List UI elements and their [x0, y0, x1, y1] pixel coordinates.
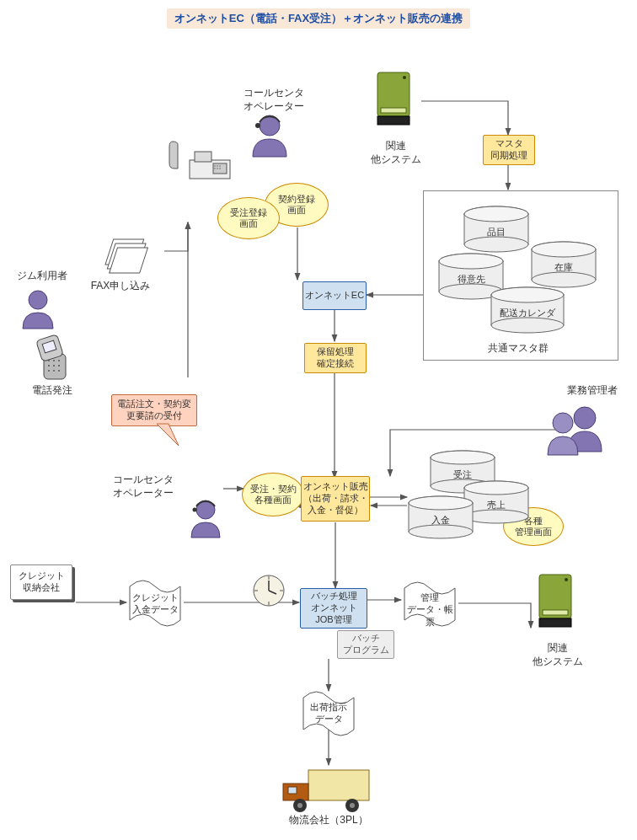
fax-apply-label: FAX申し込み [83, 280, 158, 293]
order-register-node: 受注登録 画面 [230, 207, 267, 229]
svg-point-22 [48, 360, 50, 361]
db-item: 品目 [468, 226, 524, 238]
svg-point-32 [193, 508, 197, 512]
mgmt-report-node: 管理 データ・帳票 [403, 591, 457, 628]
svg-rect-3 [381, 108, 406, 113]
svg-point-26 [53, 365, 55, 366]
svg-point-52 [350, 803, 355, 808]
onnet-ec-node: オンネットEC [305, 290, 364, 302]
svg-point-5 [255, 123, 260, 128]
svg-point-76 [464, 481, 528, 495]
credit-company-node: クレジット 収納会社 [19, 570, 65, 594]
truck-icon [276, 765, 377, 816]
svg-point-10 [217, 165, 217, 166]
ship-data-node: 出荷指示 データ [302, 701, 356, 725]
svg-point-79 [409, 525, 473, 538]
svg-point-72 [431, 451, 495, 464]
db-customer: 得意先 [443, 273, 499, 285]
svg-point-29 [53, 370, 55, 372]
svg-rect-45 [543, 610, 568, 615]
threepl-label: 物流会社（3PL） [278, 814, 379, 827]
svg-point-25 [48, 365, 50, 366]
svg-point-30 [58, 370, 60, 372]
svg-point-28 [48, 370, 50, 372]
documents-icon [103, 236, 153, 276]
contract-register-node: 契約登録 画面 [278, 194, 315, 216]
svg-rect-1 [377, 116, 410, 125]
master-group-label: 共通マスタ群 [472, 342, 565, 356]
db-sales: 売上 [468, 499, 524, 511]
db-stock: 在庫 [536, 261, 592, 273]
svg-point-34 [553, 413, 573, 433]
related-system-top-label: 関連 他システム [364, 140, 427, 166]
related-system-bottom-label: 関連 他システム [524, 642, 592, 668]
svg-point-15 [29, 291, 47, 309]
svg-point-11 [219, 165, 220, 166]
db-calendar: 配送カレンダ [495, 307, 559, 318]
svg-point-67 [491, 318, 564, 333]
onnet-sales-node: オンネット販売 （出荷・請求・ 入金・督促） [303, 481, 368, 516]
svg-point-9 [214, 165, 215, 166]
svg-point-60 [439, 254, 503, 269]
svg-point-13 [217, 168, 217, 169]
svg-point-68 [491, 287, 564, 302]
gym-user-label: ジム利用者 [10, 270, 73, 283]
svg-point-27 [58, 365, 60, 366]
phone-note: 電話注文・契約変 更要請の受付 [117, 399, 191, 422]
admin-label: 業務管理者 [560, 384, 624, 398]
db-order: 受注 [435, 468, 490, 480]
server-icon [533, 570, 579, 637]
svg-point-14 [219, 168, 220, 169]
svg-point-50 [297, 803, 302, 808]
clock-icon [251, 573, 286, 608]
svg-point-2 [403, 76, 406, 79]
flip-phone-icon [30, 334, 72, 384]
speech-tail-icon [153, 424, 187, 449]
order-contract-screens-node: 受注・契約 各種画面 [250, 484, 297, 506]
svg-point-12 [214, 168, 215, 169]
call-center-top-label: コールセンタ オペレーター [236, 87, 312, 113]
hold-finalize-node: 保留処理 確定接続 [317, 346, 354, 370]
person-icon [184, 497, 228, 541]
batch-program-node: バッチ プログラム [343, 633, 389, 656]
person-icon [15, 286, 62, 333]
svg-rect-43 [539, 618, 571, 627]
desk-phone-icon [164, 135, 240, 185]
call-center-mid-label: コールセンタ オペレーター [105, 474, 181, 500]
svg-rect-48 [288, 787, 297, 794]
batch-job-node: バッチ処理 オンネット JOB管理 [311, 591, 357, 625]
person-icon [244, 110, 295, 161]
svg-point-33 [574, 407, 596, 429]
credit-data-node: クレジット 入金データ [128, 591, 182, 616]
server-icon [371, 67, 417, 135]
svg-point-63 [532, 272, 596, 287]
svg-point-23 [53, 360, 55, 361]
svg-point-56 [464, 206, 528, 222]
phone-order-label: 電話発注 [27, 384, 78, 398]
people-icon [539, 401, 615, 460]
master-sync-node: マスタ 同期処理 [490, 138, 527, 162]
svg-point-80 [409, 496, 473, 510]
db-payment: 入金 [413, 514, 468, 526]
svg-point-64 [532, 242, 596, 257]
svg-point-44 [565, 578, 568, 581]
svg-point-55 [464, 237, 528, 252]
svg-point-24 [58, 360, 60, 361]
svg-rect-7 [195, 152, 211, 162]
svg-rect-46 [308, 770, 369, 800]
